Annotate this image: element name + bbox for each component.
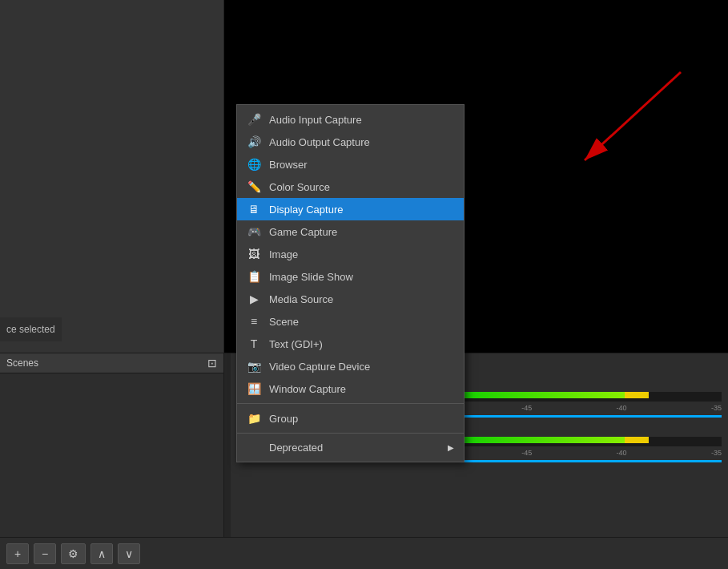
menu-item-text-gdi[interactable]: TText (GDI+): [237, 333, 464, 355]
scenes-label: Scenes: [6, 357, 38, 369]
menu-item-color-source[interactable]: ✏️Color Source: [237, 176, 464, 198]
video-capture-device-icon: 📷: [247, 360, 261, 373]
menu-item-image-slide-show[interactable]: 📋Image Slide Show: [237, 265, 464, 288]
group-label: Group: [269, 413, 298, 425]
menu-item-group[interactable]: 📁Group: [237, 407, 464, 430]
deprecated-label: Deprecated: [269, 442, 323, 454]
image-slide-show-icon: 📋: [247, 270, 261, 283]
image-icon: 🖼: [247, 248, 261, 260]
media-source-icon: ▶: [247, 293, 261, 305]
menu-item-browser[interactable]: 🌐Browser: [237, 153, 464, 176]
bottom-toolbar: + − ⚙ ∧ ∨: [0, 537, 728, 569]
game-capture-icon: 🎮: [247, 225, 261, 238]
display-capture-icon: 🖥: [247, 203, 261, 216]
red-arrow-annotation: [465, 48, 705, 224]
menu-item-media-source[interactable]: ▶Media Source: [237, 288, 464, 310]
scenes-panel-icon: ⊡: [207, 357, 217, 369]
source-up-button[interactable]: ∧: [90, 543, 113, 564]
menu-item-audio-output-capture[interactable]: 🔊Audio Output Capture: [237, 131, 464, 153]
menu-item-scene[interactable]: ≡Scene: [237, 310, 464, 333]
add-source-button[interactable]: +: [6, 543, 29, 564]
source-selected-label: ce selected: [0, 317, 62, 341]
browser-icon: 🌐: [247, 158, 261, 171]
menu-item-window-capture[interactable]: 🪟Window Capture: [237, 377, 464, 400]
image-label: Image: [269, 248, 298, 260]
desktop-audio-yellow: [625, 392, 649, 398]
window-capture-icon: 🪟: [247, 382, 261, 395]
scene-label: Scene: [269, 316, 299, 328]
scene-icon: ≡: [247, 315, 261, 328]
scenes-panel-content: [0, 373, 223, 537]
panel-separator: [224, 353, 231, 537]
audio-output-capture-icon: 🔊: [247, 135, 261, 148]
menu-item-video-capture-device[interactable]: 📷Video Capture Device: [237, 355, 464, 377]
remove-source-button[interactable]: −: [34, 543, 56, 564]
menu-item-display-capture[interactable]: 🖥Display Capture: [237, 198, 464, 220]
text-gdi-icon: T: [247, 337, 261, 350]
color-source-label: Color Source: [269, 181, 330, 193]
display-capture-label: Display Capture: [269, 204, 344, 216]
svg-line-1: [585, 72, 681, 160]
text-gdi-label: Text (GDI+): [269, 338, 323, 350]
source-down-button[interactable]: ∨: [118, 543, 140, 564]
game-capture-label: Game Capture: [269, 226, 337, 238]
menu-item-audio-input-capture[interactable]: 🎤Audio Input Capture: [237, 108, 464, 131]
color-source-icon: ✏️: [247, 180, 261, 193]
menu-item-image[interactable]: 🖼Image: [237, 243, 464, 265]
mic-aux-yellow: [625, 437, 649, 443]
audio-output-capture-label: Audio Output Capture: [269, 136, 370, 148]
deprecated-arrow-icon: ▶: [448, 443, 454, 452]
scenes-panel-header: Scenes ⊡: [0, 353, 223, 373]
video-capture-device-label: Video Capture Device: [269, 361, 370, 373]
media-source-label: Media Source: [269, 293, 333, 305]
group-icon: 📁: [247, 412, 261, 425]
scenes-panel: Scenes ⊡: [0, 353, 224, 537]
audio-input-capture-label: Audio Input Capture: [269, 114, 362, 126]
menu-item-deprecated[interactable]: Deprecated▶: [237, 437, 464, 458]
audio-input-capture-icon: 🎤: [247, 113, 261, 126]
context-menu: 🎤Audio Input Capture🔊Audio Output Captur…: [236, 104, 465, 462]
left-panel: [0, 0, 224, 353]
image-slide-show-label: Image Slide Show: [269, 271, 353, 283]
menu-divider-2: [237, 433, 464, 434]
menu-divider: [237, 403, 464, 404]
window-capture-label: Window Capture: [269, 383, 346, 395]
source-settings-button[interactable]: ⚙: [61, 543, 86, 564]
browser-label: Browser: [269, 159, 308, 171]
menu-item-game-capture[interactable]: 🎮Game Capture: [237, 220, 464, 243]
